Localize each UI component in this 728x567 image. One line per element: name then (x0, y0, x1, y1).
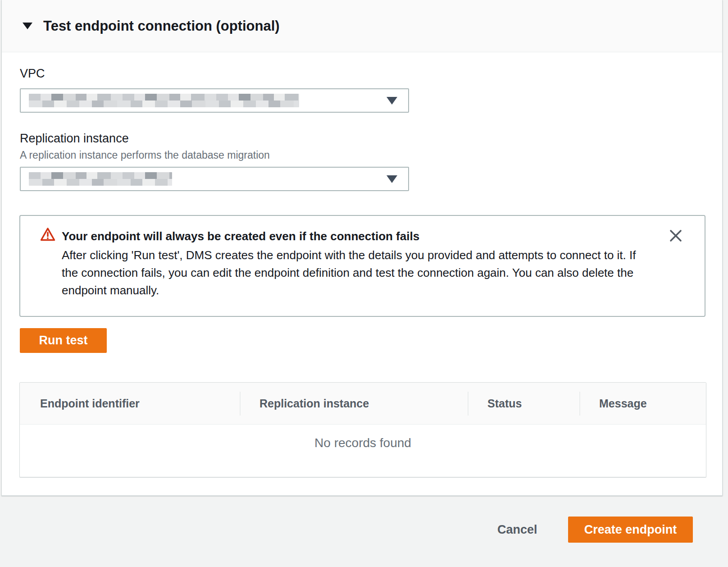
column-header-status: Status (487, 383, 522, 425)
vpc-label: VPC (20, 67, 45, 81)
caret-down-icon (387, 175, 397, 183)
test-endpoint-connection-section: Test endpoint connection (optional) VPC … (1, 0, 723, 496)
triangle-down-icon (23, 23, 32, 29)
column-header-replication-instance: Replication instance (259, 383, 369, 425)
replication-instance-select[interactable] (20, 167, 409, 191)
replication-instance-description: A replication instance performs the data… (20, 149, 270, 161)
table-header-row: Endpoint identifier Replication instance… (20, 383, 706, 425)
section-title: Test endpoint connection (optional) (43, 18, 280, 34)
column-header-endpoint-identifier: Endpoint identifier (40, 383, 140, 425)
table-empty-message: No records found (20, 436, 706, 450)
replication-instance-label: Replication instance (20, 132, 129, 146)
close-icon[interactable] (669, 229, 683, 243)
vpc-redacted-value (29, 94, 299, 107)
test-results-table: Endpoint identifier Replication instance… (19, 382, 706, 477)
column-divider (579, 392, 580, 416)
replication-instance-redacted-value (29, 172, 172, 186)
create-endpoint-button[interactable]: Create endpoint (568, 517, 693, 543)
section-header-toggle[interactable]: Test endpoint connection (optional) (2, 0, 722, 52)
run-test-button[interactable]: Run test (20, 328, 107, 353)
warning-title: Your endpoint will always be created eve… (62, 229, 419, 243)
warning-body: After clicking 'Run test', DMS creates t… (62, 247, 652, 299)
caret-down-icon (387, 97, 397, 105)
vpc-select[interactable] (20, 88, 409, 113)
cancel-button[interactable]: Cancel (497, 523, 537, 537)
warning-triangle-icon (40, 227, 55, 243)
warning-flashbar: Your endpoint will always be created eve… (19, 215, 705, 317)
column-divider (240, 392, 241, 416)
column-header-message: Message (599, 383, 647, 425)
column-divider (468, 392, 469, 416)
